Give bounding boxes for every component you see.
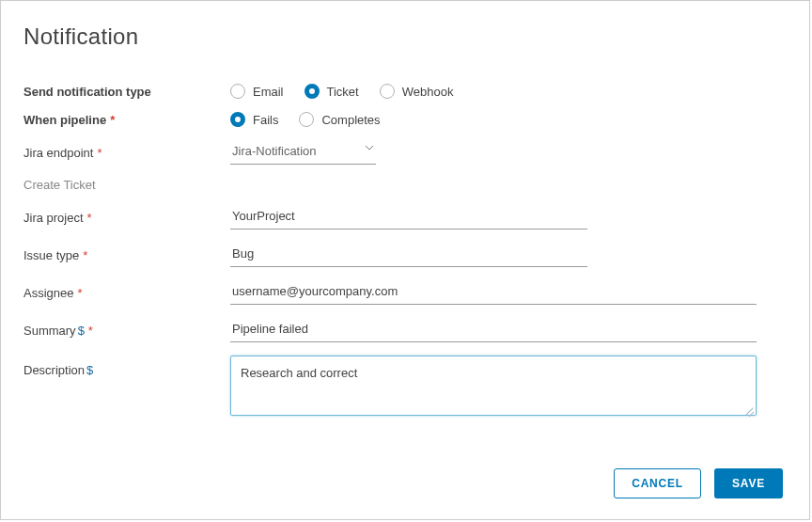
jira-endpoint-select[interactable] [230,140,376,165]
required-icon: * [97,146,102,160]
radio-dot-icon [299,112,314,127]
label-assignee: Assignee* [23,286,230,300]
radio-completes-label: Completes [321,113,380,127]
radio-dot-icon [230,112,245,127]
radio-email[interactable]: Email [230,84,284,99]
radio-webhook-label: Webhook [402,85,454,99]
variable-icon: $ [86,363,93,377]
when-pipeline-group: Fails Completes [230,112,783,127]
section-create-ticket: Create Ticket [23,178,783,192]
radio-fails[interactable]: Fails [230,112,278,127]
radio-dot-icon [380,84,395,99]
radio-dot-icon [230,84,245,99]
label-jira-project: Jira project* [23,211,230,225]
required-icon: * [88,324,93,338]
cancel-button[interactable]: CANCEL [614,468,701,498]
variable-icon: $ [78,324,85,338]
notification-type-group: Email Ticket Webhook [230,84,783,99]
radio-ticket[interactable]: Ticket [304,84,359,99]
label-notification-type: Send notification type [23,85,230,99]
radio-email-label: Email [253,85,284,99]
save-button[interactable]: SAVE [714,468,783,498]
assignee-input[interactable] [230,280,757,305]
radio-webhook[interactable]: Webhook [380,84,454,99]
radio-ticket-label: Ticket [327,85,359,99]
notification-panel: Notification Send notification type Emai… [0,0,810,520]
page-title: Notification [23,24,783,50]
description-textarea[interactable] [230,356,757,416]
label-summary: Summary$* [23,324,230,338]
jira-endpoint-value[interactable] [230,140,376,165]
jira-endpoint-cell [230,140,783,165]
label-jira-endpoint: Jira endpoint* [23,146,230,160]
notification-form: Send notification type Email Ticket Webh… [23,84,783,419]
label-description: Description$ [23,356,230,377]
required-icon: * [77,286,82,300]
summary-input[interactable] [230,318,757,342]
required-icon: * [110,113,115,127]
radio-completes[interactable]: Completes [299,112,380,127]
label-when-pipeline: When pipeline* [23,113,230,127]
label-issue-type: Issue type* [23,248,230,262]
radio-dot-icon [304,84,320,99]
issue-type-input[interactable] [230,243,587,267]
required-icon: * [83,248,87,262]
jira-project-input[interactable] [230,205,587,229]
footer-buttons: CANCEL SAVE [614,468,783,498]
required-icon: * [87,211,92,225]
radio-fails-label: Fails [253,113,278,127]
